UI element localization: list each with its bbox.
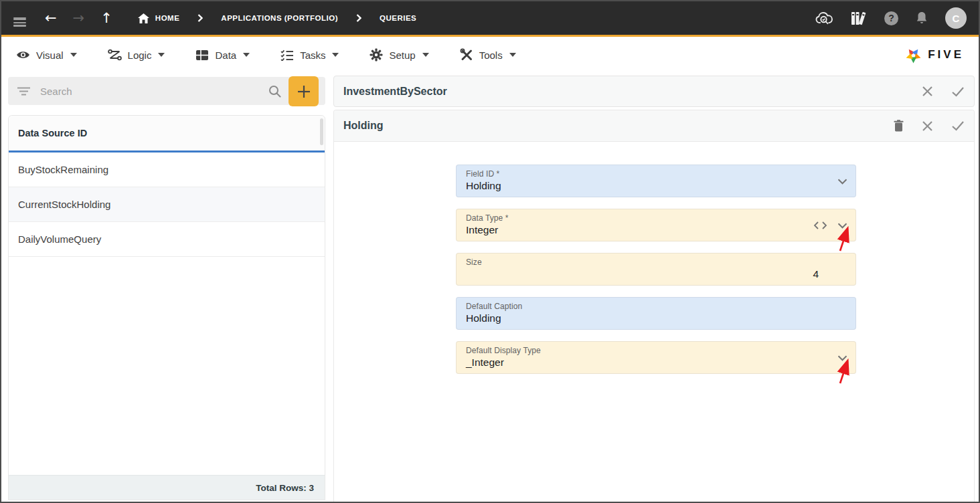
avatar[interactable]: C <box>945 7 967 29</box>
field-detail-header: Holding <box>334 110 974 142</box>
field-value: Integer <box>466 224 498 236</box>
field-default-display-type[interactable]: Default Display Type _Integer <box>456 341 856 374</box>
home-icon <box>138 13 149 23</box>
topbar-actions: ? C <box>815 7 967 29</box>
search-input[interactable] <box>39 85 268 98</box>
list-item[interactable]: DailyVolumeQuery <box>9 222 325 257</box>
help-icon[interactable]: ? <box>884 11 898 25</box>
list-item[interactable]: BuyStockRemaining <box>9 153 325 187</box>
brand-wordmark: FIVE <box>928 48 964 62</box>
save-check-icon[interactable] <box>951 86 965 97</box>
field-label: Size <box>466 258 482 267</box>
record-header: InvestmentBySector <box>333 76 975 107</box>
topbar: ← → ↑ HOME APPLICATIONS (PORTFOLIO) QUER… <box>1 1 979 37</box>
field-value: Holding <box>466 312 501 324</box>
menu-setup[interactable]: Setup <box>370 48 428 62</box>
tools-icon <box>460 48 473 62</box>
breadcrumb-home[interactable]: HOME <box>138 13 180 23</box>
menu-label: Setup <box>389 49 415 61</box>
breadcrumb-label: APPLICATIONS (PORTFOLIO) <box>221 14 338 22</box>
save-check-icon[interactable] <box>951 120 965 131</box>
chevron-down-icon[interactable] <box>837 179 847 185</box>
library-icon[interactable] <box>850 11 868 26</box>
menu-tools[interactable]: Tools <box>460 48 516 62</box>
field-label: Field ID * <box>466 169 499 179</box>
chevron-right-icon <box>356 14 361 22</box>
filter-icon[interactable] <box>17 87 30 96</box>
menu-label: Logic <box>128 49 152 61</box>
caret-down-icon <box>332 53 339 57</box>
pinwheel-logo-icon <box>904 46 922 64</box>
breadcrumb-queries[interactable]: QUERIES <box>380 14 416 22</box>
field-label: Data Type * <box>466 213 509 223</box>
list-item-label: BuyStockRemaining <box>18 164 108 175</box>
workflow-icon <box>108 49 122 61</box>
menu-label: Tools <box>479 49 503 61</box>
cloud-search-icon[interactable] <box>815 11 833 25</box>
field-header-actions <box>894 120 965 132</box>
field-default-caption[interactable]: Default Caption Holding <box>456 297 856 330</box>
field-size[interactable]: Size 4 <box>456 253 856 286</box>
record-title: InvestmentBySector <box>343 86 447 98</box>
caret-down-icon <box>70 53 77 57</box>
chevron-down-icon[interactable] <box>837 223 847 229</box>
field-field-id[interactable]: Field ID * Holding <box>456 165 856 197</box>
five-logo: FIVE <box>904 46 964 64</box>
menu-label: Data <box>215 49 236 61</box>
caret-down-icon <box>158 53 165 57</box>
add-record-button[interactable] <box>289 76 319 106</box>
chevron-right-icon <box>197 14 203 22</box>
records-list: Data Source ID BuyStockRemaining Current… <box>8 115 325 500</box>
list-item-label: DailyVolumeQuery <box>18 233 101 245</box>
search-icon[interactable] <box>268 85 281 98</box>
list-item-label: CurrentStockHolding <box>18 199 110 210</box>
field-value: _Integer <box>466 357 504 369</box>
forward-arrow-icon[interactable]: → <box>73 11 85 25</box>
breadcrumb-applications[interactable]: APPLICATIONS (PORTFOLIO) <box>221 14 338 22</box>
trash-icon[interactable] <box>894 120 904 132</box>
column-header[interactable]: Data Source ID <box>9 116 325 153</box>
close-icon[interactable] <box>922 120 933 132</box>
record-header-actions <box>922 86 965 97</box>
field-value: 4 <box>813 268 819 280</box>
menu-data[interactable]: Data <box>195 49 250 61</box>
back-arrow-icon[interactable]: ← <box>45 11 57 25</box>
menu-tasks[interactable]: Tasks <box>280 49 339 61</box>
breadcrumb-label: HOME <box>155 14 180 22</box>
list-item[interactable]: CurrentStockHolding <box>9 187 325 222</box>
breadcrumb-label: QUERIES <box>380 14 416 22</box>
chevron-down-icon[interactable] <box>837 355 847 361</box>
field-label: Default Display Type <box>466 346 541 355</box>
plus-icon <box>297 85 311 98</box>
list-footer: Total Rows: 3 <box>9 475 325 500</box>
field-value: Holding <box>466 180 501 192</box>
scrollbar-thumb[interactable] <box>320 118 323 145</box>
code-icon[interactable] <box>813 221 827 229</box>
breadcrumb: HOME APPLICATIONS (PORTFOLIO) QUERIES <box>138 13 416 23</box>
checklist-icon <box>280 49 294 61</box>
menubar: Visual Logic Data <box>1 37 979 73</box>
column-header-label: Data Source ID <box>18 128 87 138</box>
total-rows-label: Total Rows: 3 <box>256 483 314 493</box>
menu-label: Tasks <box>300 49 325 61</box>
table-icon <box>195 49 209 61</box>
gear-icon <box>370 48 383 62</box>
search-bar <box>8 77 325 105</box>
menu-label: Visual <box>36 49 64 61</box>
field-label: Default Caption <box>466 302 522 311</box>
notifications-bell-icon[interactable] <box>915 11 928 25</box>
caret-down-icon <box>422 53 429 57</box>
up-arrow-icon[interactable]: ↑ <box>100 11 112 25</box>
menu-visual[interactable]: Visual <box>16 49 77 61</box>
field-title: Holding <box>343 120 384 132</box>
eye-icon <box>16 49 30 60</box>
close-icon[interactable] <box>922 86 933 97</box>
app-window: ← → ↑ HOME APPLICATIONS (PORTFOLIO) QUER… <box>0 0 980 503</box>
menu-icon[interactable] <box>13 16 26 21</box>
caret-down-icon <box>509 53 516 57</box>
menu-logic[interactable]: Logic <box>108 49 165 61</box>
field-data-type[interactable]: Data Type * Integer <box>456 209 856 241</box>
caret-down-icon <box>243 53 250 57</box>
